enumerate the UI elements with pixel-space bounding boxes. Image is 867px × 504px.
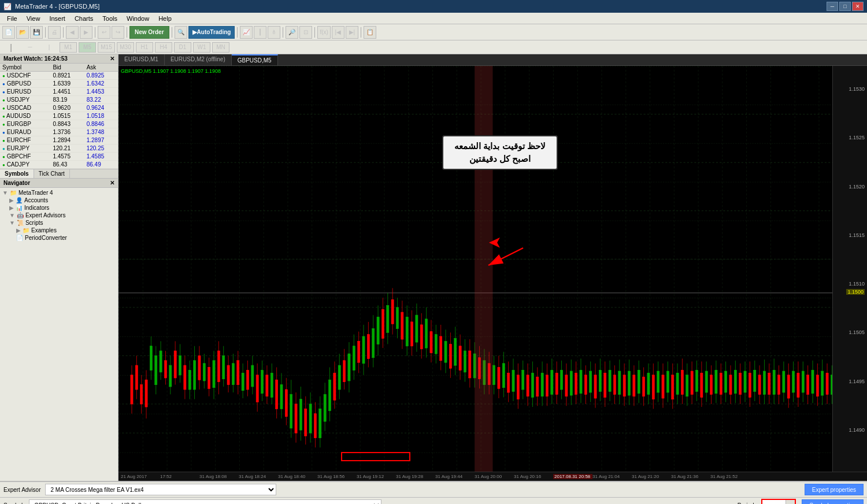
indicators-button[interactable]: f(x) (317, 26, 330, 39)
chart-type-bar[interactable]: ┃ (254, 26, 266, 39)
market-watch-panel: Market Watch: 16:24:53 ✕ Symbol Bid Ask … (0, 54, 118, 179)
symbol-name: GBPUSD (7, 80, 31, 87)
tf-mn[interactable]: MN (212, 42, 229, 53)
col-ask: Ask (84, 64, 118, 72)
period-input[interactable]: M5 (762, 500, 786, 504)
title-bar: 📈 MetaTrader 4 - [GBPUSD,M5] ─ □ ✕ (0, 0, 867, 13)
nav-scripts[interactable]: ▼ 📜 Scripts (0, 219, 118, 227)
tf-h4[interactable]: H4 (155, 42, 172, 53)
menu-charts[interactable]: Charts (70, 14, 98, 23)
expert-properties-button[interactable]: Expert properties (805, 484, 864, 495)
nav-accounts[interactable]: ▶ 👤 Accounts (0, 197, 118, 204)
chart-type-line[interactable]: 📈 (240, 26, 253, 39)
symbol-cell: ● EURJPY (0, 144, 50, 153)
ask-cell: 86.49 (84, 161, 118, 169)
back-button[interactable]: ◀ (66, 26, 79, 39)
new-order-button[interactable]: New Order (129, 26, 169, 39)
market-watch-row[interactable]: ● GBPUSD 1.6339 1.6342 (0, 80, 118, 88)
autotrading-button[interactable]: ▶ AutoTrading (188, 26, 235, 39)
chart-type-candle[interactable]: 🕯 (268, 26, 280, 39)
tf-m30[interactable]: M30 (117, 42, 134, 53)
print-button[interactable]: 🖨 (48, 26, 61, 39)
separator6 (237, 27, 238, 38)
menu-insert[interactable]: Insert (45, 14, 70, 23)
undo-button[interactable]: ↩ (98, 26, 110, 39)
chart-container[interactable]: GBPUSD,M5 1.1907 1.1908 1.1907 1.1908 (118, 66, 867, 472)
tf-h1[interactable]: H1 (136, 42, 153, 53)
market-watch-close[interactable]: ✕ (110, 55, 114, 62)
tf-w1[interactable]: W1 (193, 42, 210, 53)
redo-button[interactable]: ↪ (112, 26, 124, 39)
menu-help[interactable]: Help (154, 14, 176, 23)
tf-m5[interactable]: M5 (79, 42, 96, 53)
symbol-cell: ● GBPCHF (0, 153, 50, 161)
symbol-cell: ● USDCHF (0, 72, 50, 80)
chart-tab-gbpusd-m5[interactable]: GBPUSD,M5 (232, 54, 278, 65)
nav-tree: ▼ 📁 MetaTrader 4 ▶ 👤 Accounts ▶ 📊 Indica… (0, 188, 118, 243)
navigator-title: Navigator (3, 180, 30, 186)
chart-tab-eurusd-m2[interactable]: EURUSD,M2 (offline) (165, 54, 232, 65)
market-watch-row[interactable]: ● GBPCHF 1.4575 1.4585 (0, 153, 118, 161)
symbol-cell: ● USDJPY (0, 96, 50, 104)
dot-icon: ● (2, 130, 5, 135)
symbol-label: Symbol: (3, 502, 24, 505)
navigator-close[interactable]: ✕ (110, 180, 114, 186)
svg-line-317 (488, 248, 523, 265)
nav-metatrader4[interactable]: ▼ 📁 MetaTrader 4 (0, 189, 118, 197)
bid-cell: 83.19 (50, 96, 84, 104)
tf-d1[interactable]: D1 (174, 42, 191, 53)
forward-button[interactable]: ▶ (80, 26, 92, 39)
market-watch-row[interactable]: ● EURAUD 1.3736 1.3748 (0, 128, 118, 136)
market-watch-row[interactable]: ● CADJPY 86.43 86.49 (0, 161, 118, 169)
market-watch-row[interactable]: ● USDJPY 83.19 83.22 (0, 96, 118, 104)
tab-tick-chart[interactable]: Tick Chart (34, 169, 70, 178)
market-watch-header: Market Watch: 16:24:53 ✕ (0, 54, 118, 64)
chart-tab-eurusd-m1[interactable]: EURUSD,M1 (118, 54, 165, 65)
market-watch-row[interactable]: ● AUDUSD 1.0515 1.0518 (0, 112, 118, 120)
close-button[interactable]: ✕ (852, 2, 864, 11)
title-bar-controls: ─ □ ✕ (827, 2, 864, 11)
symbol-properties-button[interactable]: Symbol properties (802, 499, 864, 504)
nav-period-converter[interactable]: 📄 PeriodConverter (0, 234, 118, 242)
symbol-cell: ● EURGBP (0, 120, 50, 128)
zoom-out-button[interactable]: 🔎 (286, 26, 298, 39)
nav-expert-advisors[interactable]: ▼ 🤖 Expert Advisors (0, 212, 118, 219)
market-watch-row[interactable]: ● EURGBP 0.8843 0.8846 (0, 120, 118, 128)
nav-indicators[interactable]: ▶ 📊 Indicators (0, 204, 118, 212)
zoom-in-button[interactable]: 🔍 (175, 26, 187, 39)
tf-m15[interactable]: M15 (98, 42, 115, 53)
bid-cell: 1.4575 (50, 153, 84, 161)
symbol-dropdown[interactable]: GBPUSD, Great Britain Pound vs US Dollar (29, 499, 381, 504)
market-watch-row[interactable]: ● EURUSD 1.4451 1.4453 (0, 88, 118, 96)
tf-m1[interactable]: M1 (60, 42, 77, 53)
price-label-3: 1.1520 (849, 184, 865, 190)
ea-dropdown[interactable]: 2 MA Crosses Mega filter EA V1.ex4 (45, 484, 276, 495)
bid-cell: 1.4451 (50, 88, 84, 96)
nav-examples[interactable]: ▶ 📁 Examples (0, 227, 118, 234)
menu-window[interactable]: Window (122, 14, 154, 23)
nav-pc-icon: 📄 (16, 235, 23, 241)
save-button[interactable]: 💾 (30, 26, 43, 39)
minimize-button[interactable]: ─ (827, 2, 838, 11)
scale-fit-button[interactable]: ⊡ (299, 26, 312, 39)
market-watch-row[interactable]: ● EURJPY 120.21 120.25 (0, 144, 118, 153)
dot-icon: ● (2, 90, 5, 95)
template-button[interactable]: 📋 (364, 26, 376, 39)
tab-symbols[interactable]: Symbols (0, 169, 34, 178)
menu-tools[interactable]: Tools (98, 14, 122, 23)
menu-file[interactable]: File (2, 14, 22, 23)
new-chart-button[interactable]: 📄 (2, 26, 15, 39)
price-label-2: 1.1525 (849, 135, 865, 140)
market-watch-row[interactable]: ● USDCAD 0.9620 0.9624 (0, 104, 118, 112)
menu-view[interactable]: View (22, 14, 45, 23)
restore-button[interactable]: □ (839, 2, 851, 11)
period-sep2-button[interactable]: ▶| (346, 26, 358, 39)
separator2 (63, 27, 64, 38)
market-watch-row[interactable]: ● USDCHF 0.8921 0.8925 (0, 72, 118, 80)
market-watch-row[interactable]: ● EURCHF 1.2894 1.2897 (0, 136, 118, 144)
tf-pipe: | (40, 42, 58, 53)
open-button[interactable]: 📂 (16, 26, 29, 39)
period-dropdown-btn[interactable]: ▼ (786, 500, 795, 504)
bottom-panel: Expert Advisor 2 MA Crosses Mega filter … (0, 481, 867, 504)
period-sep-button[interactable]: |◀ (332, 26, 344, 39)
